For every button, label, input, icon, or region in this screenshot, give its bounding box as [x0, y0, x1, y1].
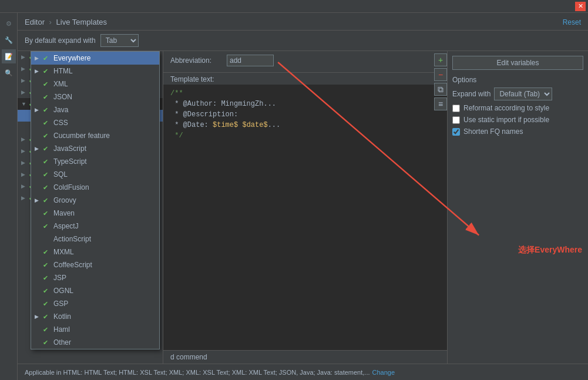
dropdown-item-ts[interactable]: ✔ TypeScript	[31, 155, 159, 168]
dropdown-item-label: CoffeeScript	[53, 261, 92, 269]
dropdown-item-coldfusion[interactable]: ✔ ColdFusion	[31, 181, 159, 194]
dropdown-item-jsp[interactable]: ✔ JSP	[31, 271, 159, 284]
options-title: Options	[452, 76, 583, 84]
dropdown-item-ognl[interactable]: ✔ OGNL	[31, 284, 159, 297]
dropdown-item-label: XML	[53, 80, 68, 88]
dropdown-item-java[interactable]: ▶ ✔ Java	[31, 103, 159, 116]
dropdown-item-sql[interactable]: ✔ SQL	[31, 168, 159, 181]
dropdown-arrow-icon	[35, 94, 41, 100]
dropdown-arrow-icon: ▶	[35, 107, 41, 113]
status-bar: Applicable in HTML: HTML Text; HTML: XSL…	[18, 364, 588, 380]
sidebar-icon-1[interactable]: ⚙	[2, 16, 16, 31]
abbreviation-input[interactable]	[227, 55, 274, 66]
dropdown-arrow-icon	[35, 223, 41, 229]
dropdown-item-label: HTML	[53, 67, 73, 75]
right-content: Abbreviation: Template text: /** * @Auth…	[163, 51, 588, 364]
sidebar-icon-4[interactable]: 🔍	[2, 66, 16, 80]
dropdown-item-kotlin[interactable]: ▶ ✔ Kotlin	[31, 310, 159, 323]
shorten-fq-checkbox[interactable]	[452, 128, 460, 136]
dropdown-check-icon: ✔	[43, 171, 51, 179]
copy-template-button[interactable]: ⧉	[434, 83, 447, 96]
expand-select[interactable]: Tab Enter Space	[100, 34, 139, 47]
edit-variables-button[interactable]: Edit variables	[452, 56, 583, 70]
dropdown-check-icon: ✔	[43, 119, 51, 127]
dropdown-item-gsp[interactable]: ✔ GSP	[31, 297, 159, 310]
arrow-icon: ▶	[21, 136, 27, 142]
dropdown-item-label: JSP	[53, 274, 66, 282]
dropdown-arrow-icon	[35, 262, 41, 268]
body-area: ▶ ✔ JavaScript ▶ ✔ JSP ▶ ✔ Kotlin ▶ ✔	[18, 51, 588, 364]
dropdown-item-label: OGNL	[53, 287, 73, 295]
dropdown-item-label: MXML	[53, 248, 74, 256]
dropdown-check-icon: ✔	[43, 158, 51, 166]
dropdown-item-other[interactable]: ✔ Other	[31, 336, 159, 349]
dropdown-item-xml[interactable]: ✔ XML	[31, 78, 159, 90]
dropdown-item-label: Everywhere	[53, 54, 90, 62]
dropdown-item-json[interactable]: ✔ JSON	[31, 90, 159, 103]
code-editor[interactable]: /** * @Author: MingmingZh... * @Descript…	[163, 85, 447, 350]
dropdown-arrow-icon	[35, 133, 41, 139]
dropdown-check-icon: ✔	[43, 326, 51, 334]
dropdown-check-icon: ✔	[43, 93, 51, 101]
reformat-label: Reformat according to style	[463, 104, 549, 112]
dropdown-item-label: Maven	[53, 209, 75, 217]
dropdown-check-icon: ✔	[43, 210, 51, 217]
dropdown-arrow-icon	[35, 184, 41, 190]
scroll-button[interactable]: ≡	[434, 97, 447, 110]
static-import-label: Use static import if possible	[463, 116, 549, 124]
dropdown-arrow-icon	[35, 236, 41, 242]
reset-button[interactable]: Reset	[563, 18, 581, 26]
dropdown-arrow-icon	[35, 159, 41, 164]
dropdown-item-mxml[interactable]: ✔ MXML	[31, 246, 159, 258]
static-import-checkbox[interactable]	[452, 116, 460, 124]
dropdown-item-label: CSS	[53, 119, 68, 127]
dropdown-item-label: Cucumber feature	[53, 132, 110, 140]
expand-label: By default expand with	[25, 36, 96, 45]
change-link[interactable]: Change	[372, 369, 395, 376]
dropdown-item-js[interactable]: ▶ ✔ JavaScript	[31, 142, 159, 155]
dropdown-check-icon: ✔	[43, 274, 51, 282]
arrow-icon: ▶	[21, 148, 27, 154]
dropdown-item-everywhere[interactable]: ▶ ✔ Everywhere	[31, 52, 159, 65]
header: Editor › Live Templates Reset	[18, 13, 588, 31]
tree-panel: ▶ ✔ JavaScript ▶ ✔ JSP ▶ ✔ Kotlin ▶ ✔	[18, 51, 163, 364]
close-button[interactable]: ✕	[575, 2, 586, 11]
dropdown-arrow-icon: ▶	[35, 314, 41, 320]
arrow-icon: ▼	[21, 101, 27, 107]
dropdown-check-icon: ✔	[43, 287, 51, 295]
dropdown-arrow-icon: ▶	[35, 55, 41, 61]
dropdown-item-aspectj[interactable]: ✔ AspectJ	[31, 220, 159, 233]
expand-with-row: Expand with Default (Tab) Tab Enter Spac…	[452, 88, 583, 100]
sidebar-icon-2[interactable]: 🔧	[2, 33, 16, 47]
dropdown-item-html[interactable]: ▶ ✔ HTML	[31, 65, 159, 78]
arrow-icon: ▶	[21, 78, 27, 83]
sidebar-icon-3[interactable]: 📝	[2, 49, 16, 63]
checkbox-shorten: Shorten FQ names	[452, 127, 583, 136]
dropdown-item-coffeescript[interactable]: ✔ CoffeeScript	[31, 258, 159, 271]
dropdown-check-icon: ✔	[43, 313, 51, 321]
code-line-1: /**	[170, 88, 440, 99]
sidebar-icons: ⚙ 🔧 📝 🔍	[0, 13, 18, 380]
abbreviation-row: Abbreviation:	[170, 55, 440, 66]
dropdown-item-haml[interactable]: ✔ Haml	[31, 323, 159, 336]
remove-template-button[interactable]: −	[434, 68, 447, 81]
dropdown-check-icon: ✔	[43, 197, 51, 204]
description-row: d commend	[163, 350, 447, 364]
reformat-checkbox[interactable]	[452, 105, 460, 112]
breadcrumb: Editor › Live Templates	[25, 18, 107, 26]
dropdown-check-icon: ✔	[43, 80, 51, 88]
dropdown-item-groovy[interactable]: ▶ ✔ Groovy	[31, 194, 159, 207]
arrow-icon: ▶	[21, 195, 27, 201]
add-template-button[interactable]: +	[434, 53, 447, 66]
dropdown-item-css[interactable]: ✔ CSS	[31, 116, 159, 129]
dropdown-item-cucumber[interactable]: ✔ Cucumber feature	[31, 129, 159, 142]
dropdown-item-label: JSON	[53, 93, 72, 101]
dropdown-overlay: ▶ ✔ Everywhere ▶ ✔ HTML ✔ XML	[31, 51, 160, 349]
dropdown-item-maven[interactable]: ✔ Maven	[31, 207, 159, 220]
expand-with-select[interactable]: Default (Tab) Tab Enter Space	[494, 88, 552, 100]
dropdown-item-label: Java	[53, 106, 68, 114]
dropdown-item-label: Kotlin	[53, 312, 71, 321]
dropdown-item-actionscript[interactable]: ✔ ActionScript	[31, 233, 159, 246]
dropdown-item-label: ColdFusion	[53, 183, 89, 191]
dropdown-arrow-icon	[35, 210, 41, 216]
